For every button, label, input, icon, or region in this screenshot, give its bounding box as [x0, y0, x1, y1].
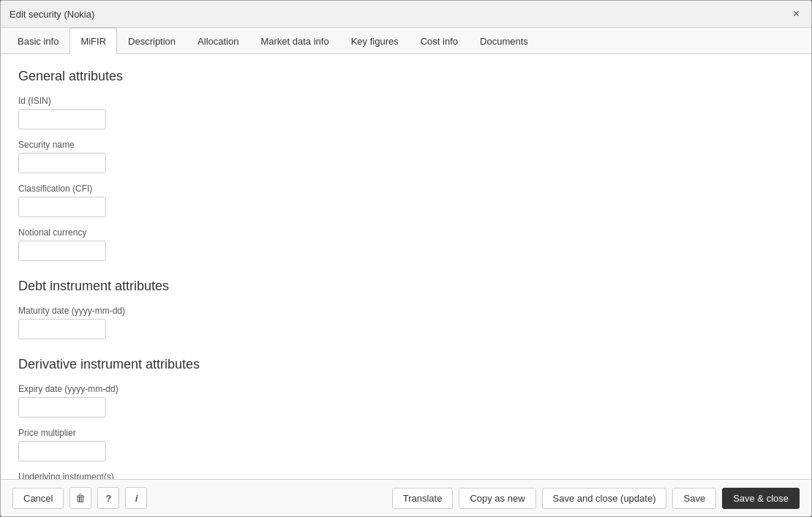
modal-footer: Cancel 🗑 ? i Translate Copy as new Save … — [1, 479, 811, 516]
derivative-instrument-title: Derivative instrument attributes — [18, 357, 794, 372]
label-maturity-date: Maturity date (yyyy-mm-dd) — [18, 306, 794, 316]
input-maturity-date[interactable] — [18, 319, 106, 339]
info-button[interactable]: i — [125, 487, 147, 509]
close-button[interactable]: × — [790, 7, 802, 21]
field-expiry-date: Expiry date (yyyy-mm-dd) — [18, 384, 794, 418]
general-attributes-title: General attributes — [18, 69, 794, 84]
input-notional-currency[interactable] — [18, 241, 106, 261]
tab-mifir[interactable]: MiFIR — [69, 28, 117, 54]
tab-documents[interactable]: Documents — [469, 28, 539, 54]
modal-header: Edit security (Nokia) × — [1, 1, 811, 28]
debt-instrument-title: Debt instrument attributes — [18, 279, 794, 294]
derivative-instrument-section: Derivative instrument attributes Expiry … — [18, 357, 794, 479]
label-classification-cfi: Classification (CFI) — [18, 184, 794, 194]
debt-instrument-section: Debt instrument attributes Maturity date… — [18, 279, 794, 339]
input-expiry-date[interactable] — [18, 397, 106, 418]
info-icon: i — [135, 493, 138, 504]
help-icon: ? — [105, 493, 111, 504]
modal-title: Edit security (Nokia) — [10, 9, 94, 20]
save-button[interactable]: Save — [672, 488, 716, 509]
copy-as-new-button[interactable]: Copy as new — [459, 488, 535, 509]
input-classification-cfi[interactable] — [18, 197, 106, 217]
trash-icon: 🗑 — [75, 492, 86, 504]
tab-allocation[interactable]: Allocation — [187, 28, 249, 54]
delete-button[interactable]: 🗑 — [69, 487, 91, 509]
field-classification-cfi: Classification (CFI) — [18, 184, 794, 217]
label-notional-currency: Notional currency — [18, 227, 794, 238]
tab-bar: Basic info MiFIR Description Allocation … — [1, 28, 811, 54]
footer-right-actions: Translate Copy as new Save and close (up… — [392, 488, 800, 509]
tab-cost-info[interactable]: Cost info — [410, 28, 469, 54]
tab-description[interactable]: Description — [117, 28, 187, 54]
footer-left-actions: Cancel 🗑 ? i — [12, 487, 147, 509]
field-price-multiplier: Price multiplier — [18, 428, 794, 461]
general-attributes-section: General attributes Id (ISIN) Security na… — [18, 69, 794, 261]
label-price-multiplier: Price multiplier — [18, 428, 794, 438]
help-button[interactable]: ? — [97, 487, 119, 509]
label-underlying-instruments: Underlying instrument(s) — [18, 472, 794, 479]
tab-market-data-info[interactable]: Market data info — [249, 28, 339, 54]
edit-security-modal: Edit security (Nokia) × Basic info MiFIR… — [0, 0, 812, 517]
input-security-name[interactable] — [18, 153, 106, 173]
field-id-isin: Id (ISIN) — [18, 96, 794, 129]
translate-button[interactable]: Translate — [392, 488, 454, 509]
tab-key-figures[interactable]: Key figures — [340, 28, 410, 54]
label-id-isin: Id (ISIN) — [18, 96, 794, 106]
tab-content: General attributes Id (ISIN) Security na… — [1, 54, 811, 479]
input-price-multiplier[interactable] — [18, 441, 106, 461]
field-security-name: Security name — [18, 140, 794, 173]
save-and-close-button[interactable]: Save & close — [722, 488, 800, 509]
field-underlying-instruments: Underlying instrument(s) — [18, 472, 794, 479]
field-notional-currency: Notional currency — [18, 227, 794, 261]
save-and-close-update-button[interactable]: Save and close (update) — [542, 488, 667, 509]
label-expiry-date: Expiry date (yyyy-mm-dd) — [18, 384, 794, 394]
input-id-isin[interactable] — [18, 109, 106, 129]
cancel-button[interactable]: Cancel — [12, 488, 64, 509]
field-maturity-date: Maturity date (yyyy-mm-dd) — [18, 306, 794, 339]
tab-basic-info[interactable]: Basic info — [7, 28, 69, 54]
label-security-name: Security name — [18, 140, 794, 150]
